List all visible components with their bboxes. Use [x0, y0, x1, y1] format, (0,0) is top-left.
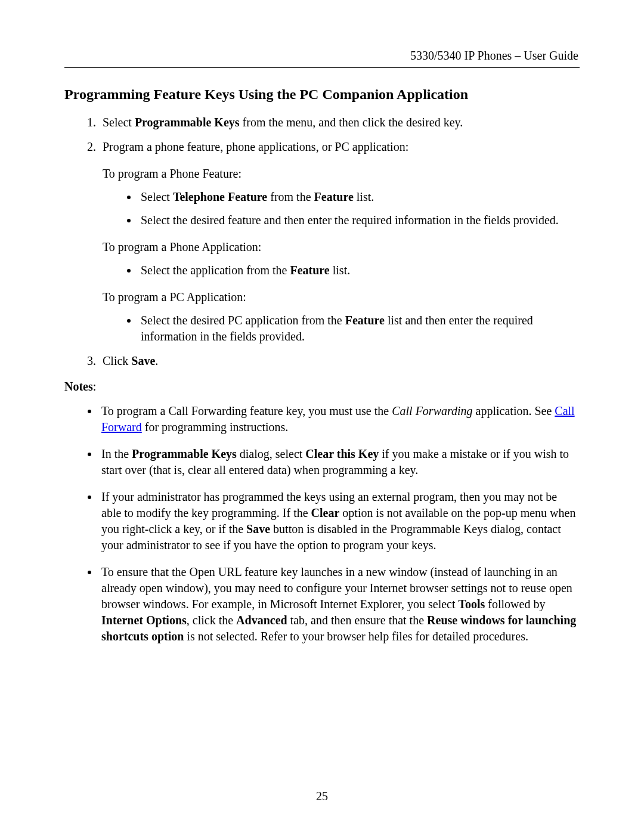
- text-run: list.: [354, 190, 374, 203]
- header-running-title: 5330/5340 IP Phones – User Guide: [64, 48, 580, 64]
- page-number: 25: [0, 788, 644, 804]
- bold-run: Programmable Keys: [135, 116, 240, 129]
- text-run: dialog, select: [237, 447, 306, 460]
- text-run: from the: [267, 190, 314, 203]
- bold-run: Clear this Key: [305, 447, 379, 460]
- text-run: Select: [141, 190, 173, 203]
- bold-run: Telephone Feature: [173, 190, 267, 203]
- step-2: Program a phone feature, phone applicati…: [99, 139, 580, 345]
- list-item: In the Programmable Keys dialog, select …: [99, 446, 580, 478]
- list-item: Select the desired PC application from t…: [138, 312, 580, 345]
- list-item: To ensure that the Open URL feature key …: [99, 564, 580, 645]
- text-run: To program a Call Forwarding feature key…: [101, 404, 392, 417]
- list-item: Select the application from the Feature …: [138, 262, 580, 278]
- text-run: is not selected. Refer to your browser h…: [184, 630, 528, 643]
- list-item: Select the desired feature and then ente…: [138, 212, 580, 228]
- list-item: If your administrator has programmed the…: [99, 489, 580, 553]
- text-run: :: [93, 380, 97, 393]
- notes-bullets: To program a Call Forwarding feature key…: [75, 403, 580, 645]
- pc-app-intro: To program a PC Application:: [103, 289, 580, 305]
- phone-feature-intro: To program a Phone Feature:: [103, 166, 580, 182]
- step-2-intro: Program a phone feature, phone applicati…: [103, 140, 408, 153]
- page: 5330/5340 IP Phones – User Guide Program…: [0, 0, 644, 833]
- text-run: application. See: [473, 404, 555, 417]
- bold-run: Feature: [290, 264, 329, 277]
- text-run: Select the desired PC application from t…: [141, 314, 345, 327]
- text-run: from the menu, and then click the desire…: [240, 116, 463, 129]
- text-run: In the: [101, 447, 132, 460]
- bold-run: Internet Options: [101, 614, 187, 627]
- bold-run: Save: [131, 354, 155, 367]
- bold-run: Programmable Keys: [132, 447, 237, 460]
- phone-feature-bullets: Select Telephone Feature from the Featur…: [122, 189, 580, 228]
- phone-app-bullets: Select the application from the Feature …: [122, 262, 580, 278]
- header-rule: [64, 67, 580, 68]
- bold-run: Clear: [311, 506, 340, 519]
- text-run: for programming instructions.: [142, 420, 289, 433]
- text-run: Click: [103, 354, 131, 367]
- list-item: To program a Call Forwarding feature key…: [99, 403, 580, 435]
- text-run: Select: [103, 116, 135, 129]
- phone-app-intro: To program a Phone Application:: [103, 239, 580, 255]
- main-ordered-list: Select Programmable Keys from the menu, …: [82, 114, 580, 369]
- text-run: tab, and then ensure that the: [287, 614, 427, 627]
- italic-run: Call Forwarding: [392, 404, 472, 417]
- notes-label: Notes:: [64, 379, 580, 395]
- bold-run: Advanced: [236, 614, 287, 627]
- section-title: Programming Feature Keys Using the PC Co…: [64, 85, 580, 104]
- step-1-text: Select Programmable Keys from the menu, …: [103, 116, 463, 129]
- list-item: Select Telephone Feature from the Featur…: [138, 189, 580, 205]
- bold-run: Tools: [459, 597, 485, 611]
- step-1: Select Programmable Keys from the menu, …: [99, 114, 580, 131]
- bold-run: Notes: [64, 380, 93, 393]
- text-run: list.: [330, 264, 350, 277]
- text-run: , click the: [187, 614, 236, 627]
- text-run: Select the application from the: [141, 264, 290, 277]
- step-3: Click Save.: [99, 353, 580, 369]
- text-run: followed by: [485, 597, 545, 611]
- text-run: .: [155, 354, 158, 367]
- bold-run: Feature: [314, 190, 354, 203]
- pc-app-bullets: Select the desired PC application from t…: [122, 312, 580, 345]
- bold-run: Save: [246, 522, 270, 535]
- bold-run: Feature: [345, 314, 385, 327]
